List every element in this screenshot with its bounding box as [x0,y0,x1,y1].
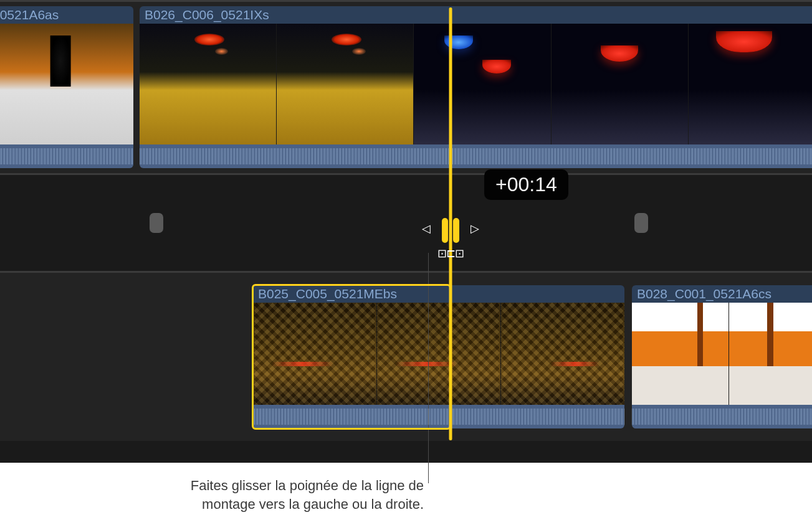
clip-thumbnails [253,303,624,405]
clip-label: B025_C005_0521MEbs [253,285,624,303]
clip-thumbnails [0,24,133,144]
clip-upper-a[interactable]: _0521A6as [0,6,133,168]
clip-audio-waveform [0,144,133,168]
playhead-drag-handle[interactable]: ⊡⊏⊡ [434,213,467,248]
filmstrip-icon: ⊡⊏⊡ [437,247,464,260]
caption-text: Faites glisser la poignée de la ligne de… [56,476,424,513]
keyframe-marker-icon[interactable] [634,213,648,233]
clip-label: B026_C006_0521IXs [140,6,812,24]
timeline-track-upper[interactable]: _0521A6as B026_C006_0521IXs [0,0,812,173]
clip-audio-waveform [253,405,624,428]
clip-label: B028_C001_0521A6cs [632,285,812,303]
clip-audio-waveform [632,405,812,428]
keyframe-marker-icon[interactable] [150,213,163,233]
time-delta-badge: +00:14 [484,169,568,200]
clip-lower-b[interactable]: B028_C001_0521A6cs [632,285,812,428]
clip-lower-a[interactable]: B025_C005_0521MEbs [253,285,624,428]
timeline-spine[interactable] [0,173,812,273]
clip-thumbnails [140,24,812,144]
timeline-track-lower[interactable]: B025_C005_0521MEbs B028_C001_0521A6cs [0,273,812,441]
callout-leader-line [428,253,429,483]
clip-label: _0521A6as [0,6,133,24]
timeline-editor: _0521A6as B026_C006_0521IXs [0,0,812,463]
caption-line: Faites glisser la poignée de la ligne de [191,478,424,493]
clip-thumbnails [632,303,812,405]
clip-upper-b[interactable]: B026_C006_0521IXs [140,6,812,168]
clip-audio-waveform [140,144,812,168]
caption-line: montage vers la gauche ou la droite. [202,496,424,512]
